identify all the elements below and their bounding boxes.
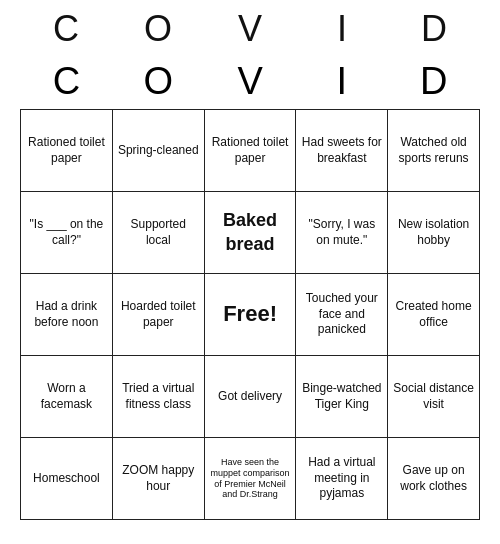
title-letter: I bbox=[296, 54, 388, 110]
title-letter: V bbox=[204, 54, 296, 110]
cell-0-3: Had sweets for breakfast bbox=[296, 110, 388, 192]
title-letter: D bbox=[394, 8, 474, 50]
cell-1-4: New isolation hobby bbox=[388, 192, 480, 274]
bingo-title: COVID bbox=[20, 0, 480, 54]
cell-3-3: Binge-watched Tiger King bbox=[296, 356, 388, 438]
cell-1-2: Baked bread bbox=[204, 192, 296, 274]
cell-1-3: "Sorry, I was on mute." bbox=[296, 192, 388, 274]
title-letter: O bbox=[112, 54, 204, 110]
title-letter: C bbox=[21, 54, 113, 110]
cell-3-2: Got delivery bbox=[204, 356, 296, 438]
cell-0-0: Rationed toilet paper bbox=[21, 110, 113, 192]
cell-3-4: Social distance visit bbox=[388, 356, 480, 438]
cell-2-3: Touched your face and panicked bbox=[296, 274, 388, 356]
title-letter: O bbox=[118, 8, 198, 50]
cell-4-4: Gave up on work clothes bbox=[388, 438, 480, 520]
title-letter: V bbox=[210, 8, 290, 50]
title-letter: D bbox=[388, 54, 480, 110]
cell-4-0: Homeschool bbox=[21, 438, 113, 520]
cell-2-2: Free! bbox=[204, 274, 296, 356]
cell-1-0: "Is ___ on the call?" bbox=[21, 192, 113, 274]
cell-3-0: Worn a facemask bbox=[21, 356, 113, 438]
cell-1-1: Supported local bbox=[112, 192, 204, 274]
cell-0-4: Watched old sports reruns bbox=[388, 110, 480, 192]
cell-3-1: Tried a virtual fitness class bbox=[112, 356, 204, 438]
cell-4-3: Had a virtual meeting in pyjamas bbox=[296, 438, 388, 520]
cell-0-1: Spring-cleaned bbox=[112, 110, 204, 192]
cell-2-0: Had a drink before noon bbox=[21, 274, 113, 356]
cell-4-1: ZOOM happy hour bbox=[112, 438, 204, 520]
cell-0-2: Rationed toilet paper bbox=[204, 110, 296, 192]
title-letter: I bbox=[302, 8, 382, 50]
cell-2-4: Created home office bbox=[388, 274, 480, 356]
cell-4-2: Have seen the muppet comparison of Premi… bbox=[204, 438, 296, 520]
title-letter: C bbox=[26, 8, 106, 50]
bingo-grid: COVID Rationed toilet paperSpring-cleane… bbox=[20, 54, 480, 520]
cell-2-1: Hoarded toilet paper bbox=[112, 274, 204, 356]
